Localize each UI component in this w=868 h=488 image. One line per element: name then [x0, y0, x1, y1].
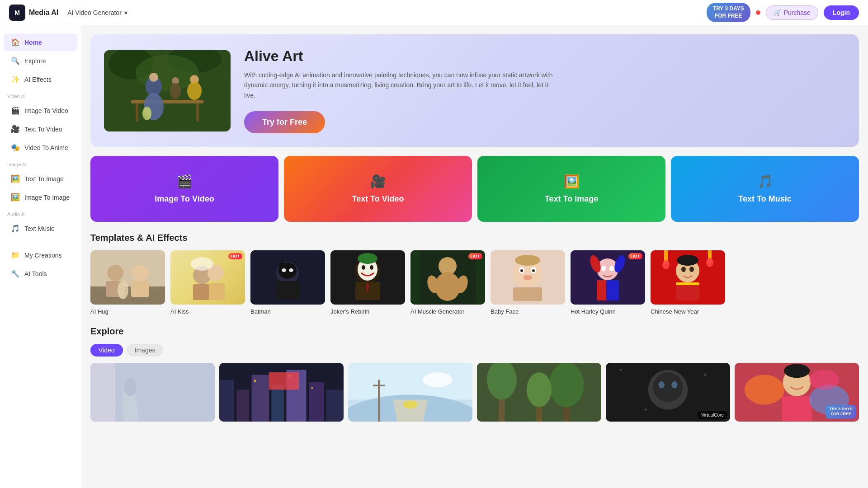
feature-card-image-to-video[interactable]: 🎬 Image To Video [90, 156, 278, 222]
template-jokers-rebirth[interactable]: Joker's Rebirth [330, 250, 405, 315]
svg-rect-94 [311, 387, 313, 389]
svg-rect-5 [136, 103, 138, 122]
feature-card-text-to-image[interactable]: 🖼️ Text To Image [477, 156, 665, 222]
svg-point-18 [132, 265, 148, 281]
try-banner-line2: FOR FREE [713, 13, 744, 20]
sidebar-label-image-to-image: Image To Image [24, 194, 70, 201]
sidebar-section-audio-ai: Audio AI [0, 207, 81, 219]
ai-effects-icon: ✨ [11, 75, 20, 84]
ai-tools-icon: 🔧 [11, 269, 20, 278]
svg-rect-77 [676, 282, 699, 285]
template-ai-kiss-label: AI Kiss [170, 308, 189, 315]
template-ai-kiss[interactable]: HOT AI Kiss [170, 250, 245, 315]
svg-point-114 [653, 372, 683, 402]
sidebar-label-my-creations: My Creations [24, 252, 61, 259]
image-to-video-icon: 🎬 [11, 106, 20, 115]
svg-point-72 [662, 260, 670, 269]
svg-point-17 [107, 265, 123, 281]
svg-point-126 [784, 364, 810, 378]
svg-point-102 [423, 372, 453, 387]
sidebar: 🏠 Home 🔍 Explore ✨ AI Effects Video AI 🎬… [0, 25, 81, 488]
feature-text-to-image-label: Text To Image [545, 194, 598, 204]
template-jokers-rebirth-label: Joker's Rebirth [330, 308, 369, 315]
svg-point-74 [706, 258, 713, 267]
svg-point-75 [677, 255, 698, 266]
template-hot-harley-quinn[interactable]: HOT Hot Harley Quinn [571, 250, 645, 315]
sidebar-item-ai-effects[interactable]: ✨ AI Effects [4, 70, 77, 88]
explore-card-1[interactable] [90, 363, 215, 422]
template-jokers-rebirth-thumb [330, 250, 405, 305]
sidebar-item-my-creations[interactable]: 📁 My Creations [4, 246, 77, 264]
sidebar-item-image-to-video[interactable]: 🎬 Image To Video [4, 102, 77, 119]
explore-card-2[interactable] [219, 363, 344, 422]
sidebar-label-video-to-anime: Video To Anime [24, 144, 68, 151]
template-hot-harley-quinn-thumb: HOT [571, 250, 645, 305]
sidebar-label-image-to-video: Image To Video [24, 107, 68, 114]
explore-tab-video[interactable]: Video [90, 344, 123, 357]
explore-tab-images[interactable]: Images [127, 344, 164, 357]
sidebar-item-image-to-image[interactable]: 🖼️ Image To Image [4, 188, 77, 206]
svg-rect-90 [309, 382, 324, 422]
svg-point-67 [601, 266, 606, 271]
header-right: TRY 3 DAYS FOR FREE 🛒 Purchase Login [707, 3, 859, 22]
hero-cta-button[interactable]: Try for Free [244, 111, 325, 133]
template-chinese-new-year-thumb [651, 250, 725, 305]
login-button[interactable]: Login [824, 5, 859, 20]
feature-text-to-video-label: Text To Video [352, 194, 404, 204]
sidebar-item-text-to-video[interactable]: 🎥 Text To Video [4, 120, 77, 138]
svg-rect-83 [115, 363, 215, 422]
explore-card-5[interactable]: VirtualCore [606, 363, 730, 422]
explore-card-6[interactable]: TRY 3 DAYSFOR FREE [735, 363, 859, 422]
try-banner[interactable]: TRY 3 DAYS FOR FREE [707, 3, 750, 22]
template-batman[interactable]: Batman [250, 250, 325, 315]
header-left: M Media AI AI Video Generator ▾ [9, 5, 127, 21]
template-ai-kiss-thumb: HOT [170, 250, 245, 305]
cart-icon: 🛒 [774, 9, 781, 16]
sidebar-item-ai-tools[interactable]: 🔧 AI Tools [4, 265, 77, 282]
sidebar-item-text-to-music[interactable]: 🎵 Text Music [4, 220, 77, 237]
sidebar-item-home[interactable]: 🏠 Home [4, 33, 77, 51]
sidebar-item-explore[interactable]: 🔍 Explore [4, 52, 77, 70]
svg-point-118 [704, 374, 706, 375]
chevron-down-icon: ▾ [124, 9, 127, 16]
svg-rect-6 [196, 103, 199, 122]
purchase-button[interactable]: 🛒 Purchase [766, 5, 818, 20]
feature-text-to-music-icon: 🎵 [757, 174, 773, 189]
feature-card-text-to-video[interactable]: 🎥 Text To Video [284, 156, 472, 222]
feature-text-to-image-icon: 🖼️ [564, 174, 580, 189]
template-ai-muscle-thumb: HOT [410, 250, 485, 305]
logo-abbr: M [14, 9, 20, 16]
svg-rect-86 [237, 390, 250, 422]
template-ai-hug[interactable]: AI Hug [90, 250, 165, 315]
svg-point-14 [170, 83, 181, 99]
svg-rect-92 [254, 380, 256, 382]
template-baby-face[interactable]: Baby Face [491, 250, 565, 315]
feature-card-text-to-music[interactable]: 🎵 Text To Music [671, 156, 859, 222]
try-banner-line1: TRY 3 DAYS [713, 5, 744, 13]
sidebar-item-video-to-anime[interactable]: 🎭 Video To Anime [4, 139, 77, 156]
svg-point-34 [282, 268, 286, 272]
logo-icon: M [9, 5, 25, 21]
svg-point-28 [191, 257, 213, 271]
feature-text-to-music-label: Text To Music [738, 194, 791, 204]
svg-point-103 [403, 401, 418, 409]
sidebar-label-text-to-music: Text Music [24, 225, 54, 232]
virtual-core-badge: VirtualCore [698, 411, 727, 419]
hero-image [104, 50, 231, 131]
svg-point-115 [659, 381, 665, 388]
template-ai-muscle-label: AI Muscle Generator [410, 308, 464, 315]
svg-rect-20 [131, 281, 149, 297]
svg-rect-122 [782, 396, 812, 421]
sidebar-section-image-ai: Image AI [0, 157, 81, 169]
feature-text-to-video-icon: 🎥 [370, 174, 386, 189]
svg-rect-60 [513, 287, 542, 301]
hero-cta-label: Try for Free [262, 117, 307, 127]
template-chinese-new-year[interactable]: Chinese New Year [651, 250, 725, 315]
explore-card-3[interactable] [348, 363, 472, 422]
template-ai-hug-thumb [90, 250, 165, 305]
sidebar-item-text-to-image[interactable]: 🖼️ Text To Image [4, 170, 77, 188]
text-to-image-sidebar-icon: 🖼️ [11, 174, 20, 183]
explore-card-4[interactable] [477, 363, 601, 422]
template-ai-muscle[interactable]: HOT AI Muscle Generator [410, 250, 485, 315]
nav-dropdown[interactable]: AI Video Generator ▾ [67, 9, 127, 16]
